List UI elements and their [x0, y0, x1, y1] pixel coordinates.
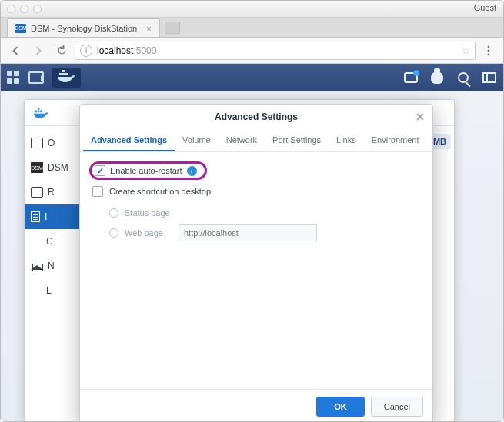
- close-icon[interactable]: ✕: [416, 111, 425, 123]
- svg-point-2: [488, 53, 490, 55]
- url-host: localhost: [97, 45, 133, 56]
- web-page-radio: [109, 228, 118, 238]
- main-menu-icon[interactable]: [7, 71, 21, 85]
- tab-environment[interactable]: Environment: [364, 129, 427, 151]
- modal-body: Enable auto-restart i Create shortcut on…: [80, 152, 432, 389]
- status-page-label: Status page: [125, 208, 170, 218]
- ok-button[interactable]: OK: [316, 397, 365, 417]
- browser-menu-button[interactable]: [479, 42, 499, 60]
- back-button[interactable]: [5, 42, 25, 60]
- docker-sidebar: O DSMDSM R I C N L: [25, 126, 82, 421]
- user-icon[interactable]: [429, 70, 445, 85]
- sidebar-item-network[interactable]: N: [25, 254, 81, 278]
- profile-label[interactable]: Guest: [474, 3, 496, 12]
- create-shortcut-checkbox[interactable]: [92, 186, 103, 197]
- sidebar-item-dsm[interactable]: DSMDSM: [25, 155, 81, 180]
- modal-title: Advanced Settings ✕: [80, 105, 432, 129]
- reload-button[interactable]: [52, 42, 72, 60]
- notifications-icon[interactable]: [403, 70, 419, 85]
- tab-volume[interactable]: Volume: [175, 129, 219, 151]
- docker-app-icon[interactable]: [52, 68, 81, 88]
- sidebar-item-registry[interactable]: R: [25, 180, 81, 204]
- browser-window: Guest DSM DSM - Synology DiskStation × i…: [0, 0, 504, 422]
- forward-button[interactable]: [28, 42, 48, 60]
- sidebar-item-image[interactable]: I: [25, 204, 81, 229]
- favicon-icon: DSM: [15, 24, 26, 33]
- minimize-window-icon[interactable]: [20, 5, 28, 13]
- dsm-desktop: O DSMDSM R I C N L 0 MB Advanced Setting…: [1, 64, 503, 421]
- zoom-window-icon[interactable]: [33, 5, 42, 13]
- auto-restart-checkbox[interactable]: [95, 165, 105, 176]
- auto-restart-label: Enable auto-restart: [110, 166, 182, 175]
- tab-close-icon[interactable]: ×: [146, 24, 151, 33]
- cancel-button[interactable]: Cancel: [371, 397, 423, 417]
- site-info-icon[interactable]: i: [80, 45, 92, 57]
- new-tab-button[interactable]: [165, 22, 180, 34]
- modal-footer: OK Cancel: [80, 389, 432, 421]
- browser-tabstrip: DSM DSM - Synology DiskStation ×: [1, 18, 503, 38]
- url-port: :5000: [133, 45, 156, 56]
- svg-point-1: [488, 49, 490, 52]
- web-page-url-input: [179, 224, 317, 241]
- dsm-topbar: [1, 64, 503, 91]
- tab-network[interactable]: Network: [219, 129, 265, 151]
- info-icon[interactable]: i: [187, 166, 197, 176]
- status-page-radio: [109, 208, 118, 218]
- tab-advanced-settings[interactable]: Advanced Settings: [83, 129, 175, 151]
- sidebar-item-log[interactable]: L: [25, 278, 81, 303]
- modal-tabs: Advanced Settings Volume Network Port Se…: [80, 129, 432, 152]
- advanced-settings-modal: Advanced Settings ✕ Advanced Settings Vo…: [79, 104, 433, 421]
- bookmark-icon[interactable]: ☆: [462, 45, 470, 56]
- traffic-lights: [7, 5, 42, 13]
- package-center-icon[interactable]: [28, 71, 44, 84]
- browser-toolbar: i localhost:5000 ☆: [1, 38, 503, 64]
- search-icon[interactable]: [456, 70, 471, 85]
- web-page-label: Web page: [125, 228, 163, 238]
- tab-title: DSM - Synology DiskStation: [31, 24, 137, 33]
- sidebar-item-overview[interactable]: O: [25, 131, 81, 155]
- sidebar-item-container[interactable]: C: [25, 229, 81, 254]
- create-shortcut-label: Create shortcut on desktop: [109, 187, 211, 196]
- address-bar[interactable]: i localhost:5000 ☆: [75, 42, 476, 60]
- auto-restart-highlight: Enable auto-restart i: [89, 161, 207, 180]
- close-window-icon[interactable]: [7, 5, 15, 13]
- widgets-icon[interactable]: [482, 70, 497, 85]
- browser-tab[interactable]: DSM DSM - Synology DiskStation ×: [7, 18, 160, 37]
- svg-point-0: [488, 45, 490, 48]
- tab-port-settings[interactable]: Port Settings: [265, 129, 329, 151]
- mac-titlebar: Guest: [1, 1, 503, 18]
- tab-links[interactable]: Links: [329, 129, 364, 151]
